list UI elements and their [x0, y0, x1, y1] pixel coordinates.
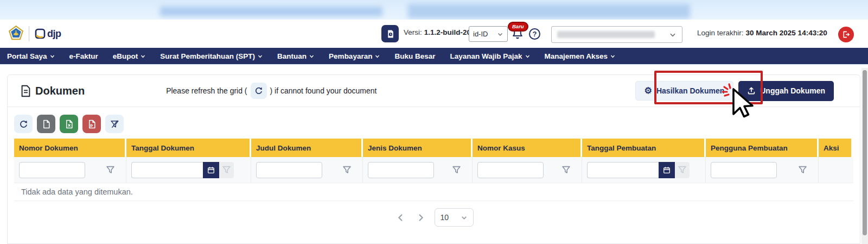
filter-input-jenis-dokumen[interactable] — [368, 162, 434, 178]
empty-state-message: Tidak ada data yang ditemukan. — [14, 183, 853, 201]
filter-menu-button-nomor-dokumen[interactable] — [106, 165, 115, 174]
upload-icon — [747, 86, 756, 95]
chevron-down-icon — [309, 54, 314, 59]
next-page-button[interactable] — [414, 211, 427, 224]
filter-icon — [222, 165, 231, 174]
pagination: 10 — [14, 208, 853, 227]
filter-input-pengguna-pembuatan[interactable] — [711, 162, 777, 178]
export-excel-button[interactable] — [60, 115, 78, 133]
calendar-icon — [663, 166, 671, 174]
filter-menu-button-judul-dokumen[interactable] — [342, 165, 352, 174]
previous-page-button[interactable] — [394, 211, 407, 224]
column-header-judul-dokumen[interactable]: Judul Dokumen — [251, 139, 363, 157]
logout-button[interactable] — [838, 27, 854, 42]
refresh-grid-button[interactable] — [251, 83, 267, 99]
nav-item-e-faktur[interactable]: e-Faktur — [69, 52, 98, 60]
last-login-value: 30 March 2025 14:43:20 — [746, 29, 827, 37]
nav-item-manajemen-akses[interactable]: Manajemen Akses — [545, 52, 616, 60]
grid-toolbar — [8, 107, 860, 133]
nav-item-pembayaran[interactable]: Pembayaran — [329, 52, 380, 60]
clear-filters-button[interactable] — [105, 115, 124, 133]
redacted-user-name — [557, 31, 655, 38]
version-label: Versi: — [404, 28, 422, 36]
export-pdf-button[interactable] — [82, 115, 101, 133]
last-login-label: Login terakhir: — [697, 29, 744, 37]
column-header-nomor-kasus[interactable]: Nomor Kasus — [473, 139, 582, 157]
nav-item-label: Portal Saya — [7, 52, 47, 60]
upload-document-button[interactable]: Unggah Dokumen — [738, 81, 834, 101]
notifications[interactable]: Baru — [511, 27, 526, 42]
logo-divider — [29, 26, 29, 41]
refresh-icon — [254, 86, 263, 95]
filter-menu-button-pengguna-pembuatan[interactable] — [798, 165, 807, 174]
refresh-icon — [19, 120, 28, 129]
refresh-hint: Please refresh the grid ( ) if cannot fo… — [166, 83, 376, 99]
dokumen-card: Dokumen Please refresh the grid ( ) if c… — [7, 74, 860, 244]
calendar-icon — [207, 166, 215, 174]
chevron-right-icon — [417, 214, 425, 222]
filter-icon — [342, 165, 352, 174]
history-button[interactable] — [381, 25, 399, 42]
excel-file-icon — [65, 120, 74, 129]
filter-input-nomor-dokumen[interactable] — [19, 162, 85, 178]
column-header-tanggal-pembuatan[interactable]: Tanggal Pembuatan — [582, 139, 706, 157]
generate-document-label: Hasilkan Dokumen — [656, 86, 724, 95]
card-header: Dokumen Please refresh the grid ( ) if c… — [8, 75, 860, 107]
filter-icon — [106, 165, 115, 174]
filter-icon — [678, 165, 687, 174]
chevron-down-icon — [461, 214, 468, 221]
nav-item-bantuan[interactable]: Bantuan — [277, 52, 314, 60]
scrollbar-thumb[interactable] — [863, 70, 867, 235]
column-header-jenis-dokumen[interactable]: Jenis Dokumen — [363, 139, 473, 157]
file-icon — [42, 120, 51, 129]
user-account-select[interactable] — [551, 26, 682, 43]
kemenkeu-logo-icon — [9, 26, 23, 42]
toolbar-refresh-button[interactable] — [14, 115, 33, 133]
column-header-nomor-dokumen[interactable]: Nomor Dokumen — [14, 139, 126, 157]
nav-item-layanan-wajib-pajak[interactable]: Layanan Wajib Pajak — [450, 52, 529, 60]
filter-icon — [561, 165, 571, 174]
column-header-aksi[interactable]: Aksi — [819, 139, 851, 157]
brand-logos: djp — [9, 20, 61, 48]
filter-input-nomor-kasus[interactable] — [477, 162, 544, 178]
filter-cell-tanggal-pembuatan — [582, 157, 706, 183]
djp-logo-text: djp — [47, 28, 61, 40]
nav-item-buku-besar[interactable]: Buku Besar — [394, 52, 435, 60]
filter-menu-button-nomor-kasus[interactable] — [561, 165, 571, 174]
djp-logo-icon — [35, 28, 46, 39]
chevron-down-icon — [258, 54, 263, 59]
nav-item-ebupot[interactable]: eBupot — [113, 52, 146, 60]
pdf-file-icon — [87, 120, 97, 129]
new-badge: Baru — [508, 22, 528, 32]
column-header-pengguna-pembuatan[interactable]: Pengguna Pembuatan — [706, 139, 819, 157]
nav-item-label: Bantuan — [277, 52, 307, 60]
upload-document-label: Unggah Dokumen — [760, 86, 825, 95]
filter-cell-nomor-kasus — [473, 157, 582, 183]
nav-item-label: Pembayaran — [329, 52, 372, 60]
redacted-tab-title — [160, 7, 382, 16]
nav-item-surat-pemberitahuan-spt[interactable]: Surat Pemberitahuan (SPT) — [160, 52, 263, 60]
export-csv-button[interactable] — [37, 115, 55, 133]
last-login-text: Login terakhir:30 March 2025 14:43:20 — [697, 29, 827, 37]
filter-input-tanggal-pembuatan[interactable] — [587, 162, 659, 178]
locale-select[interactable]: id-ID — [469, 26, 508, 42]
nav-item-portal-saya[interactable]: Portal Saya — [7, 52, 55, 60]
vertical-scrollbar[interactable] — [861, 68, 868, 244]
grid-header-row: Nomor DokumenTanggal DokumenJudul Dokume… — [14, 139, 853, 157]
calendar-button-tanggal-dokumen[interactable] — [203, 162, 219, 178]
generate-document-button[interactable]: ⚙ Hasilkan Dokumen — [635, 81, 734, 101]
filter-input-judul-dokumen[interactable] — [256, 162, 322, 178]
filter-cell-judul-dokumen — [251, 157, 363, 183]
hint-suffix: ) if cannot found your document — [270, 86, 377, 95]
help-icon: ? — [533, 30, 537, 38]
filter-menu-button-jenis-dokumen[interactable] — [452, 165, 461, 174]
column-header-tanggal-dokumen[interactable]: Tanggal Dokumen — [126, 139, 251, 157]
calendar-button-tanggal-pembuatan[interactable] — [659, 162, 675, 178]
redacted-address-bar — [408, 4, 690, 18]
help-button[interactable]: ? — [529, 28, 540, 40]
version-text: Versi:1.1.2-build-2017 — [404, 28, 479, 36]
header-buttons: ⚙ Hasilkan Dokumen Unggah Dokumen — [635, 81, 834, 101]
filter-input-tanggal-dokumen[interactable] — [131, 162, 203, 178]
page-size-select[interactable]: 10 — [435, 208, 474, 227]
grid-filter-row — [14, 157, 853, 183]
